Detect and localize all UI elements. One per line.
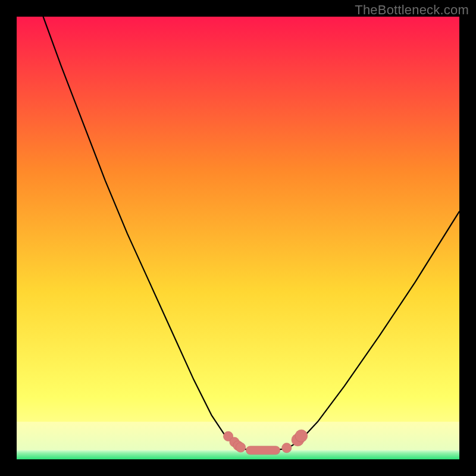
plot-svg <box>17 17 459 459</box>
chart-frame: TheBottleneck.com <box>0 0 476 476</box>
curve-marker-4 <box>282 443 292 453</box>
valley-bar-marker <box>246 446 280 455</box>
curve-marker-6 <box>295 430 308 442</box>
gradient-background <box>17 17 459 459</box>
watermark-text: TheBottleneck.com <box>355 2 469 18</box>
plot-area <box>17 17 459 459</box>
curve-marker-3 <box>236 443 245 452</box>
